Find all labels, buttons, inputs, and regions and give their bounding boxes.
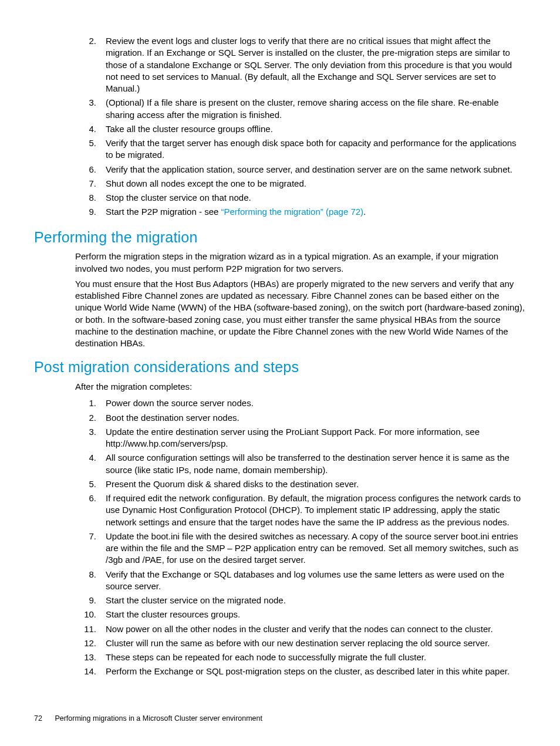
list-item: 12.Cluster will run the same as before w… bbox=[75, 636, 526, 650]
page-number: 72 bbox=[34, 714, 42, 723]
list-number: 13. bbox=[75, 652, 106, 663]
list-item: 7.Shut down all nodes except the one to … bbox=[75, 177, 526, 191]
list-item: 4.All source configuration settings will… bbox=[75, 451, 526, 477]
list-text: These steps can be repeated for each nod… bbox=[106, 652, 526, 663]
list-text: Verify that the application station, sou… bbox=[106, 164, 526, 175]
list-text: All source configuration settings will a… bbox=[106, 452, 526, 476]
list-number: 3. bbox=[75, 97, 106, 121]
list-item: 8.Stop the cluster service on that node. bbox=[75, 191, 526, 205]
cross-reference-link[interactable]: “Performing the migration” (page 72) bbox=[221, 207, 364, 217]
list-item: 13.These steps can be repeated for each … bbox=[75, 650, 526, 664]
list-item: 9.Start the cluster service on the migra… bbox=[75, 593, 526, 607]
list-text: Present the Quorum disk & shared disks t… bbox=[106, 478, 526, 490]
list-text: Stop the cluster service on that node. bbox=[106, 192, 526, 204]
post-migration-steps-list: 1.Power down the source server nodes.2.B… bbox=[75, 396, 526, 679]
list-number: 11. bbox=[75, 623, 106, 635]
list-number: 6. bbox=[75, 164, 106, 175]
list-text: Update the entire destination server usi… bbox=[106, 426, 526, 450]
list-number: 14. bbox=[75, 666, 106, 677]
list-item: 3.(Optional) If a file share is present … bbox=[75, 96, 526, 122]
paragraph: You must ensure that the Host Bus Adapto… bbox=[75, 278, 526, 350]
paragraph: After the migration completes: bbox=[75, 381, 526, 393]
list-text: Perform the Exchange or SQL post-migrati… bbox=[106, 666, 526, 677]
list-number: 2. bbox=[75, 412, 106, 424]
list-item: 5.Present the Quorum disk & shared disks… bbox=[75, 477, 526, 491]
list-item: 9.Start the P2P migration - see “Perform… bbox=[75, 205, 526, 219]
list-text: Take all the cluster resource groups off… bbox=[106, 123, 526, 135]
list-number: 8. bbox=[75, 192, 106, 204]
list-number: 5. bbox=[75, 137, 106, 161]
list-item: 2.Review the event logs and cluster logs… bbox=[75, 34, 526, 96]
list-text: If required edit the network configurati… bbox=[106, 492, 526, 528]
list-item: 5.Verify that the target server has enou… bbox=[75, 136, 526, 163]
heading-post-migration: Post migration considerations and steps bbox=[34, 357, 526, 377]
list-item: 3.Update the entire destination server u… bbox=[75, 425, 526, 451]
list-number: 3. bbox=[75, 426, 106, 450]
list-number: 8. bbox=[75, 569, 106, 593]
list-number: 9. bbox=[75, 595, 106, 606]
footer-title: Performing migrations in a Microsoft Clu… bbox=[55, 714, 262, 723]
list-item: 2.Boot the destination server nodes. bbox=[75, 411, 526, 425]
list-text: Start the P2P migration - see “Performin… bbox=[106, 206, 526, 218]
paragraph: Perform the migration steps in the migra… bbox=[75, 251, 526, 275]
list-text: Verify that the Exchange or SQL database… bbox=[106, 569, 526, 593]
list-item: 11.Now power on all the other nodes in t… bbox=[75, 622, 526, 636]
list-text: Boot the destination server nodes. bbox=[106, 412, 526, 424]
list-text: Review the event logs and cluster logs t… bbox=[106, 35, 526, 94]
page: 2.Review the event logs and cluster logs… bbox=[0, 0, 560, 746]
list-text: Power down the source server nodes. bbox=[106, 397, 526, 409]
list-number: 6. bbox=[75, 492, 106, 528]
list-item: 1.Power down the source server nodes. bbox=[75, 396, 526, 410]
list-item: 7.Update the boot.ini file with the desi… bbox=[75, 529, 526, 568]
list-number: 9. bbox=[75, 206, 106, 218]
list-item: 14.Perform the Exchange or SQL post-migr… bbox=[75, 664, 526, 679]
list-number: 5. bbox=[75, 478, 106, 490]
list-text: Verify that the target server has enough… bbox=[106, 137, 526, 161]
list-text: Shut down all nodes except the one to be… bbox=[106, 178, 526, 190]
list-item: 6.Verify that the application station, s… bbox=[75, 163, 526, 177]
list-item: 10.Start the cluster resources groups. bbox=[75, 607, 526, 622]
list-item: 8.Verify that the Exchange or SQL databa… bbox=[75, 568, 526, 594]
list-number: 7. bbox=[75, 531, 106, 566]
list-number: 4. bbox=[75, 452, 106, 476]
heading-performing-migration: Performing the migration bbox=[34, 228, 526, 248]
list-text: (Optional) If a file share is present on… bbox=[106, 97, 526, 121]
list-item: 4.Take all the cluster resource groups o… bbox=[75, 122, 526, 136]
list-text: Start the cluster resources groups. bbox=[106, 609, 526, 620]
page-footer: 72 Performing migrations in a Microsoft … bbox=[34, 714, 262, 724]
list-number: 2. bbox=[75, 35, 106, 94]
list-text: Update the boot.ini file with the desire… bbox=[106, 531, 526, 566]
list-item: 6.If required edit the network configura… bbox=[75, 491, 526, 529]
list-text: Start the cluster service on the migrate… bbox=[106, 595, 526, 606]
content-area: 2.Review the event logs and cluster logs… bbox=[75, 34, 526, 679]
list-number: 7. bbox=[75, 178, 106, 190]
pre-migration-steps-list: 2.Review the event logs and cluster logs… bbox=[75, 34, 526, 220]
list-text: Now power on all the other nodes in the … bbox=[106, 623, 526, 635]
list-number: 1. bbox=[75, 397, 106, 409]
list-number: 4. bbox=[75, 123, 106, 135]
list-number: 10. bbox=[75, 609, 106, 620]
list-number: 12. bbox=[75, 637, 106, 649]
list-text: Cluster will run the same as before with… bbox=[106, 637, 526, 649]
